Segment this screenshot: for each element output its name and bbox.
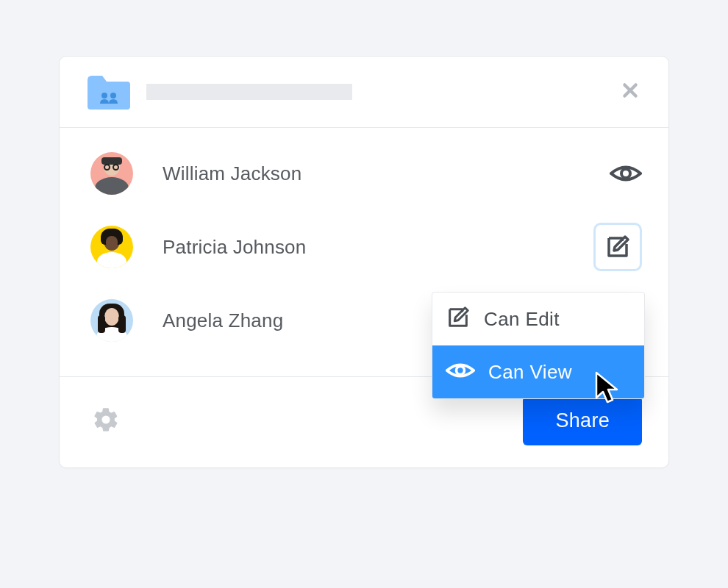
avatar xyxy=(90,152,133,195)
permission-control[interactable] xyxy=(610,162,642,184)
member-row: Patricia Johnson xyxy=(90,220,642,273)
permission-dropdown: Can Edit Can View xyxy=(432,292,645,399)
eye-icon xyxy=(446,360,475,384)
close-button[interactable] xyxy=(618,80,642,104)
permission-control-active[interactable] xyxy=(593,223,642,271)
member-name-label: William Jackson xyxy=(163,162,301,185)
member-row: William Jackson xyxy=(90,147,642,200)
svg-point-1 xyxy=(110,93,116,98)
svg-point-2 xyxy=(621,169,630,178)
dialog-header xyxy=(60,57,668,128)
gear-icon xyxy=(92,406,120,437)
edit-icon xyxy=(446,305,471,333)
shared-folder-icon xyxy=(85,73,132,111)
avatar xyxy=(90,299,133,342)
dropdown-option-view[interactable]: Can View xyxy=(432,345,644,398)
dropdown-option-label: Can Edit xyxy=(484,308,560,331)
member-name-label: Patricia Johnson xyxy=(163,236,306,259)
share-button[interactable]: Share xyxy=(523,396,642,445)
dropdown-option-label: Can View xyxy=(488,361,572,384)
share-dialog: William Jackson Patricia Johnson xyxy=(59,56,669,468)
edit-icon xyxy=(604,234,631,260)
settings-button[interactable] xyxy=(92,406,120,437)
close-icon xyxy=(621,81,640,103)
svg-point-0 xyxy=(101,93,107,98)
eye-icon xyxy=(610,162,642,184)
member-name-label: Angela Zhang xyxy=(163,309,283,332)
folder-name-placeholder xyxy=(146,84,352,100)
dropdown-option-edit[interactable]: Can Edit xyxy=(432,293,644,345)
svg-point-3 xyxy=(457,367,465,375)
avatar xyxy=(90,226,133,268)
